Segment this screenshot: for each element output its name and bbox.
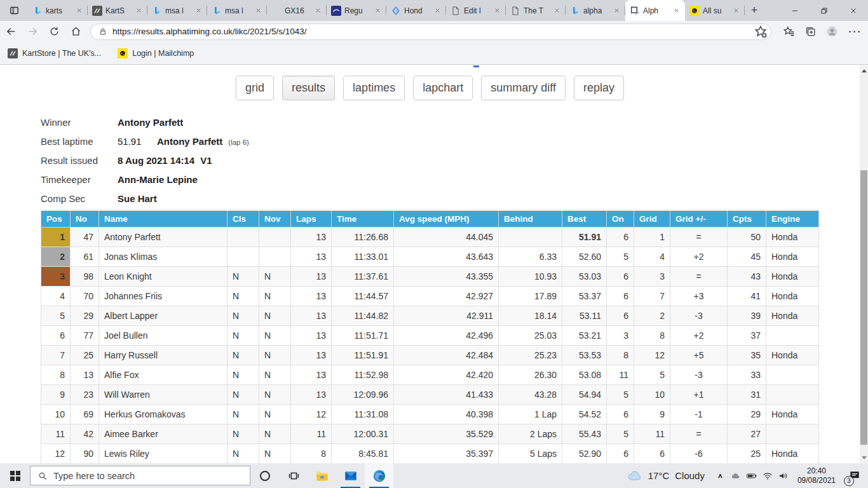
scroll-down-arrow[interactable]	[860, 454, 868, 462]
battery-icon[interactable]	[744, 471, 760, 480]
search-icon	[37, 471, 48, 481]
nav-button-replay[interactable]: replay	[574, 76, 624, 100]
url-text[interactable]: https://results.alphatiming.co.uk/likc/2…	[112, 27, 753, 36]
cell-avg: 42.911	[394, 306, 499, 326]
tab-close-icon[interactable]	[434, 7, 442, 15]
wifi-icon[interactable]	[760, 471, 776, 480]
browser-tab[interactable]: Hond	[386, 0, 446, 21]
edge-icon	[372, 469, 386, 483]
browser-tab[interactable]: msa l	[147, 0, 207, 21]
tab-close-icon[interactable]	[76, 7, 83, 15]
tab-title: msa l	[225, 6, 252, 15]
taskbar-clock[interactable]: 20:40 09/08/2021	[792, 466, 841, 485]
show-hidden-icons-button[interactable]: ∧	[712, 472, 728, 479]
weather-temp: 17°C	[648, 470, 670, 481]
refresh-button[interactable]	[44, 26, 64, 37]
forward-button[interactable]	[23, 26, 42, 37]
column-header[interactable]: Nov	[259, 211, 291, 227]
tab-close-icon[interactable]	[255, 7, 262, 15]
cell-cpts: 33	[728, 365, 766, 385]
browser-tab[interactable]: msa l	[207, 0, 267, 21]
column-header[interactable]: No	[71, 211, 99, 227]
column-header[interactable]: Name	[99, 211, 227, 227]
start-button[interactable]	[0, 463, 30, 488]
column-header[interactable]: Cls	[227, 211, 259, 227]
tab-close-icon[interactable]	[673, 7, 681, 15]
onedrive-icon[interactable]	[728, 471, 744, 480]
column-header[interactable]: On	[607, 211, 634, 227]
column-header[interactable]: Laps	[291, 211, 332, 227]
browser-tab[interactable]: Edit l	[446, 0, 506, 21]
weather-condition: Cloudy	[675, 470, 705, 481]
column-header[interactable]: Best	[562, 211, 607, 227]
vertical-scrollbar[interactable]	[860, 65, 868, 463]
column-header[interactable]: Time	[332, 211, 394, 227]
tab-close-icon[interactable]	[195, 7, 203, 15]
browser-toolbar: https://results.alphatiming.co.uk/likc/2…	[0, 21, 868, 42]
browser-tab[interactable]: The T	[506, 0, 566, 21]
browser-tab[interactable]: Alph	[625, 0, 685, 21]
add-favorite-button[interactable]	[753, 24, 768, 39]
cell-on: 5	[607, 247, 634, 267]
nav-button-grid[interactable]: grid	[236, 76, 274, 100]
tab-close-icon[interactable]	[613, 7, 621, 15]
vertical-tabs-button[interactable]	[0, 0, 28, 21]
tab-close-icon[interactable]	[135, 7, 143, 15]
restore-button[interactable]	[810, 0, 839, 21]
browser-tab[interactable]: KartS	[88, 0, 147, 21]
collections-button[interactable]	[799, 25, 821, 37]
close-window-button[interactable]	[839, 0, 868, 21]
profile-avatar[interactable]	[821, 25, 843, 37]
column-header[interactable]: Pos	[41, 211, 71, 227]
browser-tab[interactable]: GX16	[267, 0, 327, 21]
cell-best: 52.90	[562, 444, 607, 464]
mail-button[interactable]	[336, 463, 365, 488]
edge-button[interactable]	[365, 463, 393, 488]
cell-behind: 26.30	[499, 365, 562, 385]
back-button[interactable]	[1, 26, 20, 37]
column-header[interactable]: Grid	[634, 211, 670, 227]
address-bar[interactable]: https://results.alphatiming.co.uk/likc/2…	[90, 24, 771, 40]
taskbar-search-input[interactable]: Type here to search	[30, 466, 250, 485]
settings-menu-button[interactable]: ···	[843, 26, 868, 37]
new-tab-button[interactable]: +	[745, 0, 764, 21]
taskbar-weather[interactable]: 17°C Cloudy	[620, 470, 712, 481]
column-header[interactable]: Avg speed (MPH)	[394, 211, 499, 227]
task-view-button[interactable]	[279, 463, 308, 488]
cell-time: 11:26.68	[332, 227, 394, 247]
file-explorer-button[interactable]	[308, 463, 336, 488]
tab-close-icon[interactable]	[315, 7, 322, 15]
nav-button-laptimes[interactable]: laptimes	[343, 76, 405, 100]
favorites-button[interactable]	[778, 25, 799, 37]
cell-name: Johannes Friis	[99, 287, 227, 306]
column-header[interactable]: Behind	[499, 211, 562, 227]
bookmark-item[interactable]: KartStore | The UK's...	[8, 48, 101, 58]
cell-cpts: 25	[728, 444, 766, 464]
browser-tab[interactable]: karts	[28, 0, 88, 21]
scroll-up-arrow[interactable]	[860, 67, 868, 75]
notification-center-button[interactable]: 3	[841, 463, 868, 488]
bookmark-item[interactable]: Login | Mailchimp	[118, 48, 194, 58]
cortana-button[interactable]	[250, 463, 279, 488]
home-button[interactable]	[66, 26, 85, 37]
nav-button-results[interactable]: results	[282, 76, 335, 100]
cell-gridchange: -1	[670, 405, 728, 424]
tab-close-icon[interactable]	[494, 7, 501, 15]
browser-tab[interactable]: Regu	[327, 0, 386, 21]
favorites-star-icon	[783, 25, 795, 37]
volume-icon[interactable]	[776, 471, 792, 480]
column-header[interactable]: Cpts	[728, 211, 766, 227]
minimize-button[interactable]	[780, 0, 810, 21]
table-row: 398Leon KnightNN1311:37.6143.35510.9353.…	[41, 267, 819, 287]
tab-close-icon[interactable]	[374, 7, 382, 15]
tab-close-icon[interactable]	[553, 7, 561, 15]
column-header[interactable]: Grid +/-	[670, 211, 728, 227]
browser-tab[interactable]: All su	[685, 0, 745, 21]
browser-tab[interactable]: alpha	[566, 0, 625, 21]
column-header[interactable]: Engine	[766, 211, 819, 227]
scrollbar-thumb[interactable]	[860, 170, 867, 445]
tab-close-icon[interactable]	[733, 7, 740, 15]
nav-button-summary-diff[interactable]: summary diff	[481, 76, 566, 100]
info-value: V1	[200, 155, 212, 166]
nav-button-lapchart[interactable]: lapchart	[413, 76, 473, 100]
